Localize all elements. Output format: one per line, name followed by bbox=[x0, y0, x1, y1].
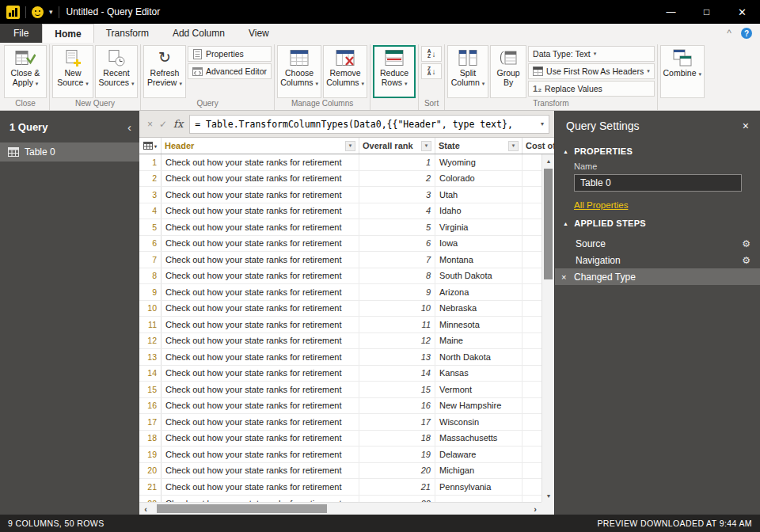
column-header-header[interactable]: Header ▼ bbox=[162, 138, 359, 154]
all-properties-link[interactable]: All Properties bbox=[574, 200, 628, 210]
use-first-row-as-headers-button[interactable]: Use First Row As Headers ▾ bbox=[528, 63, 655, 79]
cell-state[interactable]: North Dakota bbox=[435, 349, 522, 365]
cell-rank[interactable]: 14 bbox=[359, 366, 435, 382]
cell-cost[interactable] bbox=[522, 431, 542, 446]
row-number[interactable]: 6 bbox=[139, 236, 162, 252]
horizontal-scrollbar-thumb[interactable] bbox=[157, 504, 327, 513]
applied-step[interactable]: Navigation⚙ bbox=[555, 252, 760, 268]
row-number[interactable]: 16 bbox=[139, 398, 162, 414]
cell-cost[interactable] bbox=[522, 171, 542, 187]
vertical-scrollbar-thumb[interactable] bbox=[544, 169, 553, 279]
cell-state[interactable]: Vermont bbox=[435, 382, 522, 397]
cell-header[interactable]: Check out how your state ranks for retir… bbox=[162, 203, 359, 219]
cell-cost[interactable] bbox=[522, 219, 542, 235]
cell-state[interactable]: Maine bbox=[435, 333, 522, 349]
cell-rank[interactable]: 16 bbox=[359, 398, 435, 414]
cell-state[interactable]: Idaho bbox=[435, 203, 522, 219]
cell-rank[interactable]: 9 bbox=[359, 284, 435, 300]
cell-state[interactable]: Kansas bbox=[435, 366, 522, 382]
cancel-formula-icon[interactable]: × bbox=[147, 119, 153, 130]
grid-corner-cell[interactable]: ▾ bbox=[139, 138, 162, 154]
row-number[interactable]: 1 bbox=[139, 154, 162, 170]
cell-state[interactable]: Pennsylvania bbox=[435, 479, 522, 495]
formula-text[interactable]: = Table.TransformColumnTypes(Data0,{{"He… bbox=[195, 119, 536, 130]
expand-formula-icon[interactable]: ▾ bbox=[536, 120, 544, 127]
sort-descending-button[interactable]: ZA ↓ bbox=[421, 63, 442, 79]
cell-cost[interactable] bbox=[522, 284, 542, 300]
cell-header[interactable]: Check out how your state ranks for retir… bbox=[162, 268, 359, 284]
cell-rank[interactable]: 13 bbox=[359, 349, 435, 365]
cell-header[interactable]: Check out how your state ranks for retir… bbox=[162, 236, 359, 252]
cell-rank[interactable]: 12 bbox=[359, 333, 435, 349]
close-button[interactable]: ✕ bbox=[724, 0, 760, 24]
maximize-button[interactable]: □ bbox=[689, 0, 724, 24]
applied-steps-section-header[interactable]: ▲ APPLIED STEPS bbox=[555, 211, 760, 231]
row-number[interactable]: 20 bbox=[139, 463, 162, 479]
cell-header[interactable]: Check out how your state ranks for retir… bbox=[162, 496, 359, 502]
cell-rank[interactable]: 4 bbox=[359, 203, 435, 219]
cell-cost[interactable] bbox=[522, 154, 542, 170]
cell-rank[interactable]: 22 bbox=[359, 496, 435, 502]
cell-header[interactable]: Check out how your state ranks for retir… bbox=[162, 187, 359, 203]
tab-file[interactable]: File bbox=[0, 24, 42, 43]
choose-columns-button[interactable]: Choose Columns ▾ bbox=[277, 45, 321, 98]
cell-cost[interactable] bbox=[522, 349, 542, 365]
scroll-left-icon[interactable]: ‹ bbox=[139, 503, 152, 515]
cell-state[interactable]: Virginia bbox=[435, 219, 522, 235]
cell-header[interactable]: Check out how your state ranks for retir… bbox=[162, 349, 359, 365]
cell-cost[interactable] bbox=[522, 317, 542, 332]
row-number[interactable]: 11 bbox=[139, 317, 162, 332]
close-apply-button[interactable]: Close & Apply ▾ bbox=[4, 45, 47, 98]
cell-state[interactable]: Montana bbox=[435, 252, 522, 268]
cell-rank[interactable]: 21 bbox=[359, 479, 435, 495]
scroll-down-icon[interactable]: ▼ bbox=[542, 489, 554, 502]
cell-state[interactable]: Michigan bbox=[435, 463, 522, 479]
sort-ascending-button[interactable]: AZ ↓ bbox=[421, 46, 442, 62]
cell-cost[interactable] bbox=[522, 301, 542, 317]
minimize-button[interactable]: — bbox=[653, 0, 689, 24]
cell-state[interactable]: Arizona bbox=[435, 284, 522, 300]
cell-rank[interactable]: 3 bbox=[359, 187, 435, 203]
cell-rank[interactable]: 1 bbox=[359, 154, 435, 170]
remove-step-icon[interactable]: × bbox=[561, 272, 574, 282]
cell-state[interactable]: Colorado bbox=[435, 171, 522, 187]
formula-input[interactable]: = Table.TransformColumnTypes(Data0,{{"He… bbox=[189, 115, 549, 134]
cell-cost[interactable] bbox=[522, 446, 542, 462]
cell-state[interactable]: Wisconsin bbox=[435, 414, 522, 430]
row-number[interactable]: 19 bbox=[139, 446, 162, 462]
tab-transform[interactable]: Transform bbox=[94, 24, 161, 43]
tab-add-column[interactable]: Add Column bbox=[161, 24, 237, 43]
cell-cost[interactable] bbox=[522, 203, 542, 219]
collapse-pane-icon[interactable]: ‹ bbox=[127, 120, 131, 134]
row-number[interactable]: 13 bbox=[139, 349, 162, 365]
properties-section-header[interactable]: ▲ PROPERTIES bbox=[555, 139, 760, 159]
row-number[interactable]: 4 bbox=[139, 203, 162, 219]
row-number[interactable]: 18 bbox=[139, 431, 162, 446]
commit-formula-icon[interactable]: ✓ bbox=[159, 119, 167, 130]
cell-header[interactable]: Check out how your state ranks for retir… bbox=[162, 301, 359, 317]
row-number[interactable]: 14 bbox=[139, 366, 162, 382]
cell-state[interactable] bbox=[435, 496, 522, 502]
fx-add-step-icon[interactable]: fx bbox=[173, 118, 183, 130]
remove-columns-button[interactable]: Remove Columns ▾ bbox=[323, 45, 367, 98]
cell-cost[interactable] bbox=[522, 479, 542, 495]
vertical-scrollbar[interactable]: ▲ ▼ bbox=[542, 154, 554, 502]
row-number[interactable]: 3 bbox=[139, 187, 162, 203]
cell-header[interactable]: Check out how your state ranks for retir… bbox=[162, 382, 359, 397]
cell-state[interactable]: Wyoming bbox=[435, 154, 522, 170]
applied-step[interactable]: ×Changed Type bbox=[555, 268, 760, 285]
row-number[interactable]: 21 bbox=[139, 479, 162, 495]
cell-cost[interactable] bbox=[522, 268, 542, 284]
cell-cost[interactable] bbox=[522, 187, 542, 203]
cell-rank[interactable]: 5 bbox=[359, 219, 435, 235]
advanced-editor-button[interactable]: Advanced Editor bbox=[188, 63, 272, 79]
data-type-button[interactable]: Data Type: Text ▾ bbox=[528, 46, 655, 62]
query-name-input[interactable] bbox=[574, 174, 742, 192]
cell-header[interactable]: Check out how your state ranks for retir… bbox=[162, 154, 359, 170]
cell-header[interactable]: Check out how your state ranks for retir… bbox=[162, 398, 359, 414]
cell-rank[interactable]: 2 bbox=[359, 171, 435, 187]
cell-state[interactable]: Utah bbox=[435, 187, 522, 203]
horizontal-scrollbar[interactable]: ‹ › bbox=[139, 502, 542, 515]
chevron-down-icon[interactable]: ▾ bbox=[49, 8, 53, 16]
row-number[interactable]: 8 bbox=[139, 268, 162, 284]
